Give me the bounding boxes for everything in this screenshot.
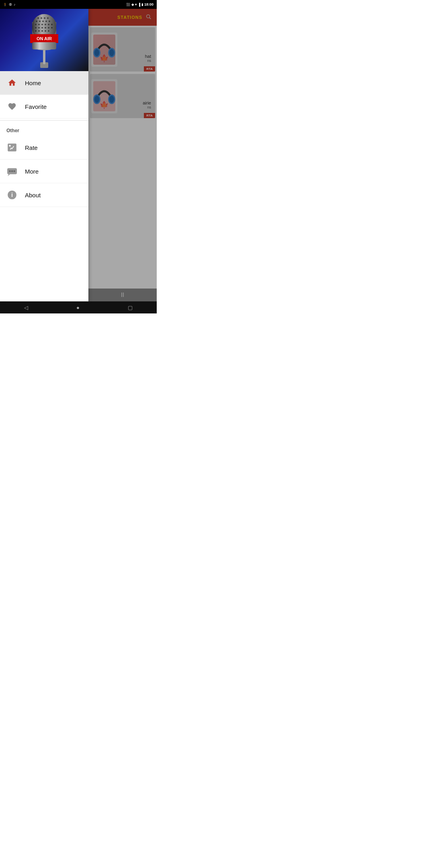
menu-rate-label: Rate [25,144,38,151]
svg-point-21 [38,27,40,29]
status-time: 18:00 [144,2,154,6]
svg-point-19 [51,24,53,25]
signal-icon: ▐ [138,3,140,6]
svg-point-27 [38,30,40,32]
more-icon [6,166,18,177]
status-bar: 🚶 ⦿ ♪ ⬛ ◆ ▾ ▐ ▮ 18:00 [0,0,157,9]
svg-point-39 [13,170,15,172]
icon-camera: ⦿ [9,3,12,6]
svg-point-29 [45,30,46,32]
svg-point-23 [45,27,46,29]
svg-rect-33 [32,42,56,49]
svg-point-17 [45,24,46,25]
menu-favorite-label: Favorite [25,103,47,110]
svg-point-25 [51,27,53,29]
svg-point-26 [35,30,37,32]
svg-point-10 [39,20,41,22]
svg-point-12 [45,20,47,22]
section-header-other: Other [0,122,88,136]
menu-about-label: About [25,192,41,199]
menu-item-more[interactable]: More [0,160,88,183]
status-icons-right: ⬛ ◆ ▾ ▐ ▮ 18:00 [126,2,154,6]
main-container: ON AIR Home [0,9,157,301]
drawer-menu: ON AIR Home [0,9,88,301]
svg-point-7 [44,17,45,19]
svg-point-9 [36,20,37,22]
svg-point-6 [41,17,42,19]
svg-point-14 [35,24,37,25]
home-icon [6,77,18,88]
menu-item-home[interactable]: Home [0,71,88,95]
favorite-icon [6,101,18,112]
svg-text:ON AIR: ON AIR [37,36,52,41]
svg-point-13 [49,20,50,22]
svg-point-18 [48,24,49,25]
icon-music: ♪ [14,3,15,6]
svg-point-37 [9,170,10,172]
drawer-overlay [88,9,157,301]
svg-point-8 [47,17,49,19]
svg-point-28 [41,30,43,32]
icon-person: 🚶 [3,3,7,6]
svg-point-11 [42,20,44,22]
svg-point-5 [37,17,39,19]
menu-item-rate[interactable]: Rate [0,136,88,160]
status-icons-left: 🚶 ⦿ ♪ [3,3,15,6]
menu-more-label: More [25,168,39,175]
menu-divider [0,120,88,121]
svg-point-16 [41,24,43,25]
svg-text:i: i [11,192,13,198]
svg-point-15 [38,24,40,25]
menu-home-label: Home [25,80,41,86]
wifi-icon: ▾ [135,3,137,6]
battery-icon: ▮ [141,3,143,6]
microphone-visual: ON AIR [0,9,88,71]
menu-item-about[interactable]: i About [0,183,88,207]
microphone-svg: ON AIR [18,10,70,70]
rate-icon [6,142,18,153]
menu-item-favorite[interactable]: Favorite [0,95,88,119]
svg-point-20 [35,27,37,29]
bottom-nav: ◁ ● ▢ [0,301,157,313]
recents-button[interactable]: ▢ [128,305,133,311]
arrow-icon: ◆ [131,3,134,6]
svg-marker-40 [8,174,10,176]
info-icon: i [6,189,18,201]
background-content: STATIONS [88,9,157,301]
svg-rect-34 [8,143,16,151]
home-button[interactable]: ● [76,305,80,311]
svg-point-24 [48,27,49,29]
back-button[interactable]: ◁ [24,305,28,311]
svg-point-30 [48,30,49,32]
svg-point-38 [11,170,13,172]
svg-point-22 [41,27,43,29]
menu-list: Home Favorite Other [0,71,88,301]
hero-image: ON AIR [0,9,88,71]
svg-point-35 [9,145,10,147]
cast-icon: ⬛ [126,3,130,6]
